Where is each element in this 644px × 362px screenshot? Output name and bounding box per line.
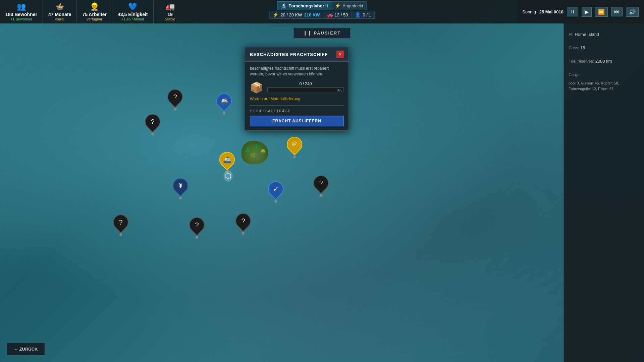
dialog-body: beschädigtes frachtschiff muss erst repa… — [245, 62, 348, 130]
dialog-close-button[interactable]: × — [336, 51, 344, 58]
unity-sub: +1,45 / Monat — [121, 17, 144, 21]
repair-progress: 0 / 240 0% — [267, 81, 344, 94]
docked-icon: ⚡ — [335, 3, 340, 8]
map-pin-unknown-7[interactable]: ? — [235, 213, 251, 235]
orders-section: SCHIFFSAUFTRÄGE FRACHT AUSLIEFERN — [250, 105, 344, 126]
cargo-label: Cargo: — [569, 72, 581, 77]
dialog-title: BESCHÄDIGTES FRACHTSCHIFF — [250, 52, 328, 57]
research-icon: 🔬 — [281, 3, 286, 8]
crew-ratio: 0 / 1 — [363, 12, 371, 17]
home-island: 🌲 🌲 🌳 🌿 — [241, 141, 268, 164]
pause-control-btn[interactable]: ⏸ — [567, 7, 578, 16]
map-pin-unknown-3[interactable]: ? — [313, 175, 329, 197]
workers-sub: verfügbar — [87, 17, 102, 21]
center-header: 🔬 Forschungslabor II ⚡ Angedockt ⚡ 20 / … — [269, 0, 375, 19]
cargo-value: pop: 0, Gummi: 46, Kupfer: 58, Fahrzeuge… — [569, 80, 639, 92]
population-value: 183 Bewohner — [5, 12, 37, 17]
map-pin-building-1[interactable]: 🏛 — [287, 137, 302, 158]
map-pin-oil-1[interactable]: 🛢 — [173, 178, 188, 199]
right-panel-info: At: Home Island Crew: 15 Fuel reserves: … — [569, 30, 639, 92]
stat-stable: 🚛 19 Stable — [154, 0, 187, 23]
crew-icon: 👤 — [355, 12, 361, 17]
stable-value: 19 — [167, 12, 173, 17]
orders-label: SCHIFFSAUFTRÄGE — [250, 109, 344, 113]
crew-value: 15 — [580, 45, 585, 50]
ff-control-btn[interactable]: ⏩ — [595, 7, 608, 17]
sound-control-btn[interactable]: 🔊 — [626, 7, 639, 17]
map-pin-unknown-1[interactable]: ? — [167, 89, 183, 111]
map-pin-check-1[interactable]: ✓ — [268, 181, 283, 203]
map-pin-unknown-2[interactable]: ? — [145, 114, 160, 135]
unity-icon: 💙 — [128, 2, 137, 11]
stable-icon: 🚛 — [166, 2, 175, 11]
waiting-text: Warten auf Materiallieferung — [250, 97, 344, 101]
map-pin-unknown-5[interactable]: ? — [113, 215, 128, 236]
map-pin-unknown-6[interactable]: ? — [189, 217, 205, 239]
ship-dialog: BESCHÄDIGTES FRACHTSCHIFF × beschädigtes… — [245, 47, 349, 131]
dialog-header: BESCHÄDIGTES FRACHTSCHIFF × — [245, 47, 348, 62]
dialog-description: beschädigtes frachtschiff muss erst repa… — [250, 66, 344, 77]
deliver-button[interactable]: FRACHT AUSLIEFERN — [250, 116, 344, 126]
repair-icon: 📦 — [250, 81, 263, 94]
power-icon: ⚡ — [273, 12, 278, 17]
ship-marker[interactable]: ⬡ — [224, 170, 233, 182]
weather-label: Sonnig — [522, 9, 536, 14]
fuel-value: 2080 km — [595, 59, 612, 64]
months-sub: vorrat — [55, 17, 64, 21]
months-value: 47 Monate — [48, 12, 71, 17]
repair-progress-bar: 0% — [267, 87, 344, 92]
stat-months: 🍲 47 Monate vorrat — [43, 0, 77, 23]
map-pin-ship-1[interactable]: 🚢 — [216, 93, 232, 115]
play-control-btn[interactable]: ▶ — [582, 7, 592, 17]
right-panel: At: Home Island Crew: 15 Fuel reserves: … — [564, 23, 644, 362]
at-value: Home Island — [575, 32, 599, 37]
stat-workers: 👷 75 Arbeiter verfügbar — [77, 0, 112, 23]
back-button[interactable]: ← ZURÜCK — [7, 343, 45, 355]
power-extra: 216 KW — [304, 12, 320, 17]
crew-label: Crew: — [569, 46, 579, 50]
population-sub: +1 Bewohner — [10, 17, 32, 21]
population-icon: 👥 — [17, 2, 26, 11]
dialog-repair-area: 📦 0 / 240 0% — [250, 81, 344, 94]
stable-sub: Stable — [165, 17, 175, 21]
workers-icon: 👷 — [90, 2, 99, 11]
stat-population: 👥 183 Bewohner +1 Bewohner — [0, 0, 43, 23]
stat-unity: 💙 43,5 Einigkeit +1,45 / Monat — [112, 0, 153, 23]
repair-progress-pct: 0% — [337, 88, 342, 93]
top-right-controls: Sonnig 25 Mai 0018 ⏸ ▶ ⏩ ⏭ 🔊 — [517, 0, 644, 23]
at-label: At: — [569, 32, 574, 37]
workers-value: 75 Arbeiter — [82, 12, 107, 17]
power-value: 20 / 20 KW — [280, 12, 302, 17]
research-label: Forschungslabor II — [288, 3, 328, 8]
repair-count: 0 / 240 — [267, 81, 344, 86]
vehicles-value: 13 / 50 — [335, 12, 348, 17]
pause-banner[interactable]: ❙❙ PAUSIERT — [293, 27, 351, 39]
date-label: 25 Mai 0018 — [539, 9, 564, 14]
vehicle-icon: 🚗 — [327, 12, 333, 17]
unity-value: 43,5 Einigkeit — [118, 12, 148, 17]
months-icon: 🍲 — [55, 2, 64, 11]
fff-control-btn[interactable]: ⏭ — [611, 7, 623, 16]
docked-label: Angedockt — [342, 3, 363, 8]
fuel-label: Fuel reserves: — [569, 59, 594, 64]
